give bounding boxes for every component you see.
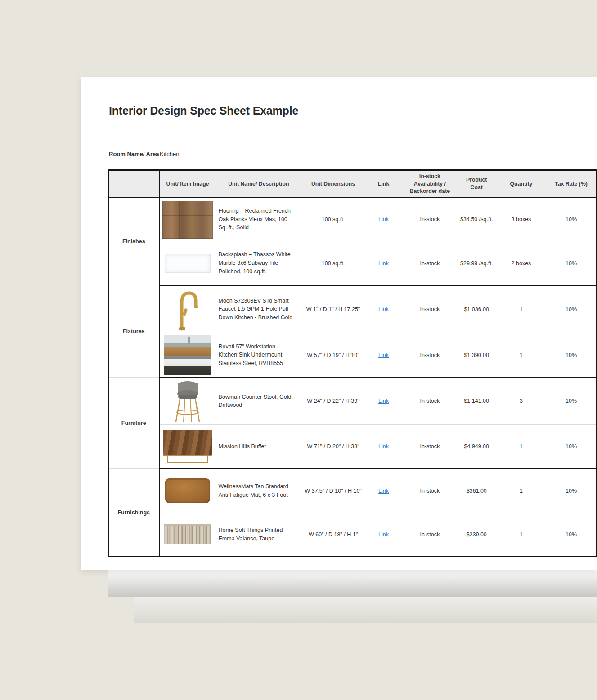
- page-title: Interior Design Spec Sheet Example: [109, 104, 298, 117]
- gold-faucet-image: [175, 288, 201, 331]
- counter-stool-image: [170, 380, 205, 423]
- spec-table: Unit/ Item Image Unit Name/ Description …: [108, 169, 597, 557]
- item-tax-rate: 10%: [547, 424, 596, 468]
- item-description: Mission Hills Buffet: [216, 424, 302, 468]
- item-description: Flooring – Reclaimed French Oak Planks V…: [216, 197, 302, 241]
- item-description: Ruvati 57" Workstation Kitchen Sink Unde…: [216, 333, 302, 378]
- table-header-row: Unit/ Item Image Unit Name/ Description …: [108, 170, 597, 197]
- header-tax: Tax Rate (%): [547, 170, 596, 197]
- item-cost: $34.50 /sq.ft.: [458, 197, 496, 241]
- room-name-value: Kitchen: [160, 151, 179, 157]
- category-furniture: Furniture: [108, 378, 159, 469]
- item-tax-rate: 10%: [547, 513, 596, 557]
- room-name-label: Room Name/ Area: [109, 151, 160, 157]
- spec-sheet-page: Interior Design Spec Sheet Example Room …: [81, 77, 597, 570]
- item-dimensions: W 71" / D 20" / H 38": [301, 424, 365, 468]
- item-image-cell: [159, 197, 216, 241]
- item-dimensions: W 37.5" / D 10" / H 10": [301, 468, 365, 513]
- item-cost: $1,036.00: [458, 285, 496, 333]
- item-dimensions: W 24" / D 22" / H 39": [301, 378, 365, 425]
- marble-backsplash-image: [165, 254, 211, 273]
- item-quantity: 3 boxes: [496, 197, 547, 241]
- anti-fatigue-mat-image: [165, 478, 210, 503]
- workstation-sink-image: [164, 335, 211, 375]
- item-link[interactable]: Link: [378, 260, 389, 267]
- item-tax-rate: 10%: [547, 197, 596, 241]
- item-link[interactable]: Link: [378, 443, 389, 450]
- header-cost: Product Cost: [458, 170, 496, 197]
- header-dimensions: Unit Dimensions: [301, 170, 365, 197]
- table-row: Home Soft Things Printed Emma Valance, T…: [108, 513, 597, 557]
- item-tax-rate: 10%: [547, 468, 596, 513]
- item-quantity: 1: [496, 513, 547, 557]
- item-quantity: 1: [496, 424, 547, 468]
- wood-flooring-image: [162, 201, 213, 239]
- item-availability: In-stock: [402, 285, 457, 333]
- item-cost: $1,390.00: [458, 333, 496, 378]
- item-availability: In-stock: [402, 513, 457, 557]
- item-availability: In-stock: [402, 468, 457, 513]
- item-link[interactable]: Link: [378, 216, 389, 223]
- header-availability: In-stock Availability / Backorder date: [402, 170, 457, 197]
- item-tax-rate: 10%: [547, 241, 596, 285]
- item-image-cell: [159, 468, 216, 513]
- item-availability: In-stock: [402, 241, 457, 285]
- header-link: Link: [365, 170, 402, 197]
- item-link[interactable]: Link: [378, 488, 389, 494]
- stacked-page-3: [134, 597, 597, 623]
- item-dimensions: 100 sq.ft.: [301, 197, 365, 241]
- category-finishes: Finishes: [108, 197, 159, 285]
- item-cost: $239.00: [458, 513, 496, 557]
- item-cost: $4,949.00: [458, 424, 496, 468]
- item-dimensions: W 57" / D 19" / H 10": [301, 333, 365, 378]
- header-item-image: Unit/ Item Image: [159, 170, 216, 197]
- item-cost: $1,141.00: [458, 378, 496, 425]
- header-quantity: Quantity: [496, 170, 547, 197]
- item-quantity: 2 boxes: [496, 241, 547, 285]
- item-dimensions: W 1" / D 1" / H 17.25": [301, 285, 365, 333]
- category-furnishings: Furnishings: [108, 468, 159, 557]
- item-quantity: 1: [496, 468, 547, 513]
- item-link[interactable]: Link: [378, 306, 389, 312]
- item-image-cell: [159, 241, 216, 285]
- item-tax-rate: 10%: [547, 285, 596, 333]
- item-link[interactable]: Link: [378, 352, 389, 358]
- item-image-cell: [159, 285, 216, 333]
- item-image-cell: [159, 333, 216, 378]
- table-row: Mission Hills Buffet W 71" / D 20" / H 3…: [108, 424, 597, 468]
- table-row: Furniture Bowman Counter Stool, Gold, Dr…: [108, 378, 597, 425]
- item-availability: In-stock: [402, 378, 457, 425]
- item-image-cell: [159, 378, 216, 425]
- item-cost: $361.00: [458, 468, 496, 513]
- item-availability: In-stock: [402, 197, 457, 241]
- item-availability: In-stock: [402, 424, 457, 468]
- item-link[interactable]: Link: [378, 398, 389, 404]
- item-quantity: 1: [496, 333, 547, 378]
- room-name-row: Room Name/ AreaKitchen: [109, 151, 179, 157]
- table-row: Fixtures Moen S72308EV STo Smart Faucet …: [108, 285, 597, 333]
- item-tax-rate: 10%: [547, 333, 596, 378]
- item-image-cell: [159, 513, 216, 557]
- item-description: Backsplash – Thassos White Marble 3x6 Su…: [216, 241, 302, 285]
- item-link[interactable]: Link: [378, 531, 389, 538]
- item-dimensions: 100 sq.ft.: [301, 241, 365, 285]
- item-tax-rate: 10%: [547, 378, 596, 425]
- item-description: Moen S72308EV STo Smart Faucet 1.5 GPM 1…: [216, 285, 302, 333]
- item-availability: In-stock: [402, 333, 457, 378]
- header-category: [108, 170, 159, 197]
- table-row: Finishes Flooring – Reclaimed French Oak…: [108, 197, 597, 241]
- item-dimensions: W 60" / D 18" / H 1": [301, 513, 365, 557]
- header-description: Unit Name/ Description: [216, 170, 302, 197]
- stacked-page-2: [108, 570, 597, 597]
- item-description: WellnessMats Tan Standard Anti-Fatigue M…: [216, 468, 302, 513]
- item-quantity: 3: [496, 378, 547, 425]
- item-quantity: 1: [496, 285, 547, 333]
- item-description: Bowman Counter Stool, Gold, Driftwood: [216, 378, 302, 425]
- item-description: Home Soft Things Printed Emma Valance, T…: [216, 513, 302, 557]
- item-cost: $29.99 /sq.ft.: [458, 241, 496, 285]
- table-row: Ruvati 57" Workstation Kitchen Sink Unde…: [108, 333, 597, 378]
- category-fixtures: Fixtures: [108, 285, 159, 378]
- table-row: Backsplash – Thassos White Marble 3x6 Su…: [108, 241, 597, 285]
- table-row: Furnishings WellnessMats Tan Standard An…: [108, 468, 597, 513]
- valance-image: [164, 524, 211, 544]
